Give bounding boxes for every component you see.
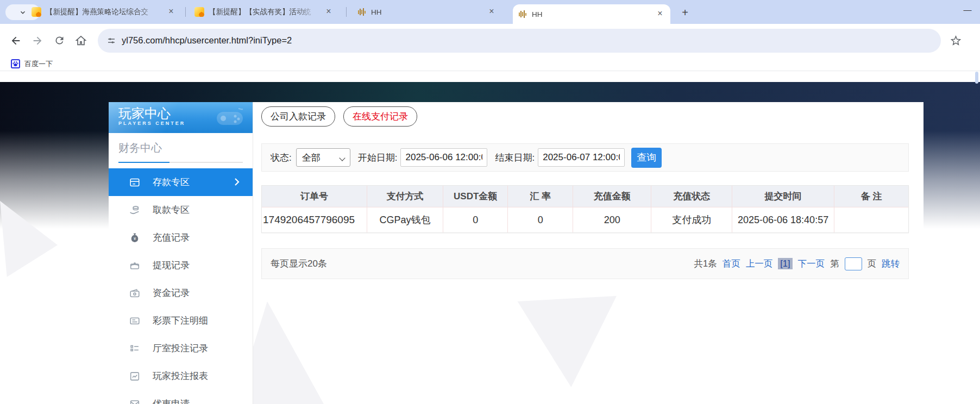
tab-4-active[interactable]: HH × xyxy=(513,4,670,24)
sidebar-title: 玩家中心 xyxy=(118,106,253,121)
sidebar-item-fund-records[interactable]: 资金记录 xyxy=(109,279,253,307)
back-button[interactable] xyxy=(7,31,25,50)
cell-amount: 200 xyxy=(573,207,651,232)
page-size-text: 每页显示20条 xyxy=(271,257,327,270)
chevron-down-icon xyxy=(19,9,27,16)
cell-order-no: 1749206457796095 xyxy=(262,207,367,232)
cell-remark xyxy=(834,207,908,232)
table-header-row: 订单号 支付方式 USDT金额 汇 率 充值金额 充值状态 提交时间 备 注 xyxy=(262,186,908,207)
reload-icon xyxy=(54,35,65,46)
svg-text:¥: ¥ xyxy=(134,236,136,241)
tab-1[interactable]: 【新提醒】海燕策略论坛综合交 × xyxy=(26,0,181,24)
jump-page-input[interactable] xyxy=(845,257,862,270)
new-tab-button[interactable]: + xyxy=(678,5,692,20)
tab-strip: 【新提醒】海燕策略论坛综合交 × 【新提醒】【实战有奖】活动统 × HH × H… xyxy=(0,0,980,24)
window-minimize-button[interactable]: — xyxy=(958,1,977,17)
close-icon[interactable]: × xyxy=(487,7,497,17)
browser-window: 【新提醒】海燕策略论坛综合交 × 【新提醒】【实战有奖】活动统 × HH × H… xyxy=(0,0,980,404)
sidebar-section: 财务中心 xyxy=(109,133,253,163)
purse-icon xyxy=(129,260,141,272)
bookmarks-bar: 百度一下 xyxy=(0,57,980,71)
col-rate: 汇 率 xyxy=(507,186,573,207)
tab-online-payment-records[interactable]: 在线支付记录 xyxy=(343,106,417,127)
sidebar-divider xyxy=(118,162,243,163)
status-label: 状态: xyxy=(271,152,292,164)
start-date-input[interactable] xyxy=(400,148,487,167)
jump-button[interactable]: 跳转 xyxy=(882,258,900,270)
sidebar-item-player-bet-report[interactable]: 玩家投注报表 xyxy=(109,362,253,390)
sidebar: 玩家中心 PLAYERS CENTER 财务中心 xyxy=(109,102,253,404)
browser-toolbar: yl756.com/hhcp/usercenter.html?iniType=2 xyxy=(0,24,980,57)
tab-title: HH xyxy=(371,8,482,16)
pagination-controls: 共1条 首页 上一页 [1] 下一页 第 页 跳转 xyxy=(694,257,900,270)
players-center-banner: 玩家中心 PLAYERS CENTER xyxy=(109,102,253,133)
jump-label-pre: 第 xyxy=(830,258,839,270)
main-content: 公司入款记录 在线支付记录 状态: 全部 开始日期: 结束日期: 查询 xyxy=(253,102,924,293)
reload-button[interactable] xyxy=(50,31,68,50)
sidebar-menu: 存款专区 取款专区 ¥ 充值记录 xyxy=(109,168,253,404)
sidebar-item-label: 提现记录 xyxy=(153,259,190,272)
sidebar-item-recharge-records[interactable]: ¥ 充值记录 xyxy=(109,224,253,251)
tab-title: HH xyxy=(532,10,651,18)
sidebar-item-withdrawal-records[interactable]: 提现记录 xyxy=(109,251,253,279)
end-date-label: 结束日期: xyxy=(495,152,535,164)
start-date-label: 开始日期: xyxy=(358,152,398,164)
sidebar-item-label: 厅室投注记录 xyxy=(153,342,208,355)
address-bar[interactable]: yl756.com/hhcp/usercenter.html?iniType=2 xyxy=(98,29,941,53)
bookmark-label: 百度一下 xyxy=(24,59,53,69)
sidebar-item-label: 玩家投注报表 xyxy=(153,370,208,382)
close-icon[interactable]: × xyxy=(324,7,334,17)
list-card-icon xyxy=(129,315,141,327)
col-amount: 充值金额 xyxy=(573,186,651,207)
status-select-value: 全部 xyxy=(302,152,321,164)
next-page-link[interactable]: 下一页 xyxy=(798,258,825,270)
tab-divider xyxy=(185,7,186,17)
money-bag-icon: ¥ xyxy=(129,232,141,244)
url-text[interactable]: yl756.com/hhcp/usercenter.html?iniType=2 xyxy=(122,35,292,46)
wallet-bills-icon xyxy=(129,287,141,299)
sidebar-item-withdraw-zone[interactable]: 取款专区 xyxy=(109,196,253,224)
sidebar-item-deposit-zone[interactable]: 存款专区 xyxy=(109,168,253,196)
tab-3[interactable]: HH × xyxy=(352,0,502,24)
mail-icon xyxy=(129,398,141,404)
search-button[interactable]: 查询 xyxy=(631,148,662,168)
end-date-input[interactable] xyxy=(538,148,625,167)
sidebar-item-label: 彩票下注明细 xyxy=(153,314,208,327)
total-count-text: 共1条 xyxy=(694,258,717,270)
list-items-icon xyxy=(129,343,141,355)
col-status: 充值状态 xyxy=(651,186,732,207)
close-icon[interactable]: × xyxy=(655,9,665,19)
decor-triangle xyxy=(513,296,617,387)
home-button[interactable] xyxy=(72,31,90,50)
deposit-card-icon xyxy=(129,176,141,188)
sidebar-item-label: 存款专区 xyxy=(153,176,190,188)
prev-page-link[interactable]: 上一页 xyxy=(746,258,773,270)
filter-bar: 状态: 全部 开始日期: 结束日期: 查询 xyxy=(261,143,909,172)
tab-company-deposit-records[interactable]: 公司入款记录 xyxy=(261,106,335,127)
col-order-no: 订单号 xyxy=(262,186,367,207)
forward-arrow-icon xyxy=(32,35,43,47)
first-page-link[interactable]: 首页 xyxy=(723,258,740,270)
records-table: 订单号 支付方式 USDT金额 汇 率 充值金额 充值状态 提交时间 备 注 1… xyxy=(261,185,909,233)
sidebar-section-title: 财务中心 xyxy=(118,141,243,155)
sidebar-item-promo-apply[interactable]: 优惠申请 xyxy=(109,390,253,404)
gold-wave-icon xyxy=(518,10,527,18)
tab-2[interactable]: 【新提醒】【实战有奖】活动统 × xyxy=(189,0,339,24)
pagination-bar: 每页显示20条 共1条 首页 上一页 [1] 下一页 第 页 跳转 xyxy=(261,248,909,279)
close-icon[interactable]: × xyxy=(166,7,176,17)
col-pay-method: 支付方式 xyxy=(367,186,443,207)
page-scrollbar-thumb[interactable] xyxy=(975,72,978,84)
chat-orange-icon xyxy=(194,7,204,17)
chevron-right-icon xyxy=(233,177,241,187)
status-select[interactable]: 全部 xyxy=(296,148,350,167)
forward-button[interactable] xyxy=(28,31,47,50)
hand-coins-icon xyxy=(129,204,141,216)
bookmark-baidu[interactable]: 百度一下 xyxy=(11,59,53,69)
home-icon xyxy=(75,35,87,47)
sidebar-item-label: 取款专区 xyxy=(153,204,190,216)
tab-title: 【新提醒】海燕策略论坛综合交 xyxy=(46,7,162,17)
sidebar-item-label: 优惠申请 xyxy=(153,397,190,404)
sidebar-item-hall-bet-records[interactable]: 厅室投注记录 xyxy=(109,334,253,362)
sidebar-item-lottery-bet-details[interactable]: 彩票下注明细 xyxy=(109,307,253,334)
bookmark-star-button[interactable] xyxy=(946,31,965,50)
